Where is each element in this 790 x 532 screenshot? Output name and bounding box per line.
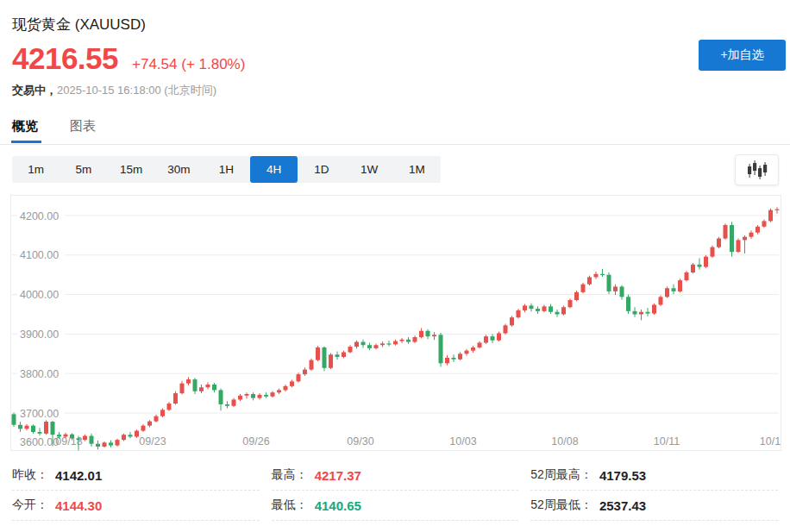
stat-prev-close: 昨收： 4142.01 bbox=[12, 460, 260, 491]
svg-text:09/30: 09/30 bbox=[347, 435, 373, 448]
last-price: 4216.55 bbox=[12, 41, 118, 76]
stat-low: 最低： 4140.65 bbox=[272, 491, 519, 521]
svg-text:09/26: 09/26 bbox=[242, 435, 269, 448]
svg-text:3800.00: 3800.00 bbox=[20, 368, 59, 380]
timeframe-5m[interactable]: 5m bbox=[60, 156, 107, 183]
trading-status: 交易中， bbox=[12, 84, 57, 97]
add-watchlist-button[interactable]: +加自选 bbox=[699, 40, 786, 71]
price-change: +74.54 (+ 1.80%) bbox=[132, 56, 245, 73]
svg-text:4100.00: 4100.00 bbox=[20, 249, 59, 261]
stats-grid: 昨收： 4142.01 今开： 4144.30 最高： 4217.37 最低： … bbox=[12, 460, 778, 521]
svg-text:3900.00: 3900.00 bbox=[20, 329, 59, 341]
timeframe-1w[interactable]: 1W bbox=[346, 156, 393, 183]
quote-page: 现货黄金 (XAUUSD) +加自选 4216.55 +74.54 (+ 1.8… bbox=[0, 0, 790, 532]
stat-52w-high: 52周最高： 4179.53 bbox=[530, 460, 778, 491]
timeframe-30m[interactable]: 30m bbox=[155, 156, 203, 183]
tab-chart[interactable]: 图表 bbox=[70, 118, 96, 145]
timeframe-1m-month[interactable]: 1M bbox=[393, 156, 441, 183]
svg-text:10/11: 10/11 bbox=[654, 435, 680, 448]
svg-text:4000.00: 4000.00 bbox=[20, 289, 59, 301]
active-tab-indicator bbox=[11, 141, 41, 143]
stat-open: 今开： 4144.30 bbox=[12, 491, 260, 521]
timeframe-1h[interactable]: 1H bbox=[203, 156, 250, 183]
quote-timestamp: 2025-10-15 16:18:00 (北京时间) bbox=[57, 84, 216, 97]
svg-text:4200.00: 4200.00 bbox=[20, 210, 59, 222]
instrument-title: 现货黄金 (XAUUSD) bbox=[12, 15, 146, 34]
svg-text:10/08: 10/08 bbox=[551, 435, 578, 448]
timeframe-1d[interactable]: 1D bbox=[298, 156, 345, 183]
timeframe-4h[interactable]: 4H bbox=[250, 156, 298, 183]
candlestick-icon bbox=[747, 160, 768, 179]
candlestick-chart[interactable]: 09/1809/2309/2609/3010/0310/0810/1110/14… bbox=[0, 195, 790, 451]
stat-high: 最高： 4217.37 bbox=[272, 460, 519, 491]
svg-text:3700.00: 3700.00 bbox=[20, 408, 59, 420]
svg-text:10/03: 10/03 bbox=[449, 435, 476, 448]
status-row: 交易中，2025-10-15 16:18:00 (北京时间) bbox=[12, 83, 216, 98]
svg-text:10/1: 10/1 bbox=[760, 435, 781, 448]
tab-divider bbox=[0, 144, 790, 145]
timeframe-1m[interactable]: 1m bbox=[12, 156, 60, 183]
svg-text:09/23: 09/23 bbox=[139, 435, 166, 448]
timeframe-15m[interactable]: 15m bbox=[107, 156, 154, 183]
timeframe-bar: 1m 5m 15m 30m 1H 4H 1D 1W 1M bbox=[12, 156, 441, 183]
chart-type-button[interactable] bbox=[735, 154, 779, 185]
price-row: 4216.55 +74.54 (+ 1.80%) bbox=[12, 41, 245, 76]
stat-52w-low: 52周最低： 2537.43 bbox=[530, 491, 778, 521]
